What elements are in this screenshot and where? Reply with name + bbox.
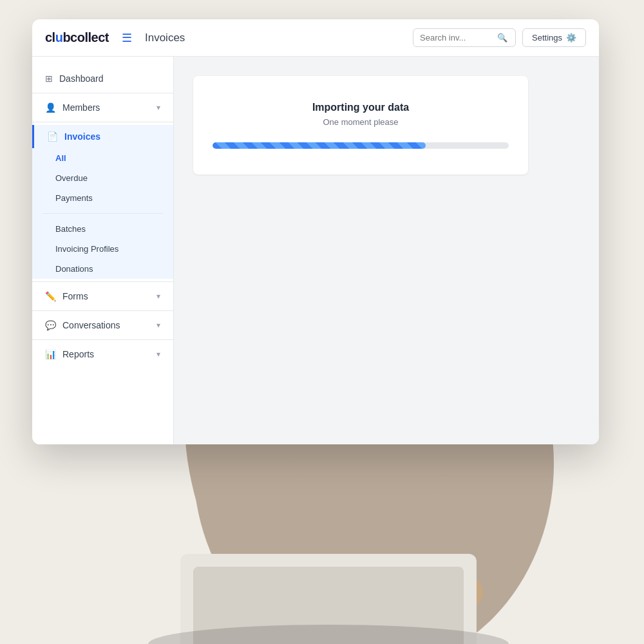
main-content: ⊞ Dashboard 👤 Members ▾ 📄 Invoices All <box>32 57 599 444</box>
submenu-label-donations: Donations <box>55 264 93 274</box>
submenu-label-invoicing-profiles: Invoicing Profiles <box>55 244 118 254</box>
settings-button[interactable]: Settings ⚙️ <box>522 28 586 47</box>
sidebar-item-forms[interactable]: ✏️ Forms ▾ <box>32 285 173 308</box>
submenu-label-all: All <box>55 153 66 163</box>
top-bar: clubcollect ☰ Invoices 🔍 Settings ⚙️ <box>32 19 599 57</box>
import-subtitle: One moment please <box>213 117 509 127</box>
submenu-item-batches[interactable]: Batches <box>32 219 173 239</box>
members-icon: 👤 <box>45 102 56 113</box>
submenu-item-donations[interactable]: Donations <box>32 259 173 279</box>
app-window: clubcollect ☰ Invoices 🔍 Settings ⚙️ ⊞ D… <box>32 19 599 444</box>
settings-icon: ⚙️ <box>566 33 576 43</box>
forms-icon: ✏️ <box>45 291 56 301</box>
sidebar-item-reports[interactable]: 📊 Reports ▾ <box>32 343 173 366</box>
sidebar-label-reports: Reports <box>62 349 156 359</box>
progress-bar-fill <box>213 142 426 149</box>
submenu-label-overdue: Overdue <box>55 173 88 183</box>
sidebar-item-conversations[interactable]: 💬 Conversations ▾ <box>32 314 173 337</box>
submenu-divider <box>43 213 163 214</box>
divider-1 <box>32 93 173 93</box>
submenu-item-invoicing-profiles[interactable]: Invoicing Profiles <box>32 239 173 259</box>
invoices-submenu: All Overdue Payments Batches Invoicing P… <box>32 148 173 279</box>
sidebar-label-invoices: Invoices <box>64 131 160 142</box>
content-area: Importing your data One moment please <box>174 57 599 444</box>
dashboard-icon: ⊞ <box>45 73 53 84</box>
sidebar-label-forms: Forms <box>62 291 156 301</box>
conversations-icon: 💬 <box>45 320 56 330</box>
search-box: 🔍 <box>413 28 516 47</box>
forms-chevron-icon: ▾ <box>156 292 160 301</box>
submenu-label-payments: Payments <box>55 193 93 203</box>
sidebar-label-dashboard: Dashboard <box>59 73 160 84</box>
submenu-item-overdue[interactable]: Overdue <box>32 168 173 188</box>
divider-4 <box>32 310 173 311</box>
submenu-item-all[interactable]: All <box>32 148 173 168</box>
import-title: Importing your data <box>213 102 509 113</box>
sidebar: ⊞ Dashboard 👤 Members ▾ 📄 Invoices All <box>32 57 174 444</box>
conversations-chevron-icon: ▾ <box>156 321 160 330</box>
invoices-icon: 📄 <box>47 131 58 142</box>
settings-label: Settings <box>532 33 562 43</box>
reports-chevron-icon: ▾ <box>156 350 160 359</box>
sidebar-item-members[interactable]: 👤 Members ▾ <box>32 96 173 119</box>
submenu-label-batches: Batches <box>55 224 86 234</box>
sidebar-item-dashboard[interactable]: ⊞ Dashboard <box>32 67 173 90</box>
page-title: Invoices <box>145 32 413 44</box>
search-icon: 🔍 <box>497 33 507 43</box>
search-input[interactable] <box>420 33 497 43</box>
divider-2 <box>32 122 173 122</box>
sidebar-label-members: Members <box>62 102 156 113</box>
reports-icon: 📊 <box>45 349 56 359</box>
submenu-item-payments[interactable]: Payments <box>32 188 173 208</box>
sidebar-label-conversations: Conversations <box>62 320 156 330</box>
members-chevron-icon: ▾ <box>156 103 160 112</box>
divider-3 <box>32 281 173 282</box>
divider-5 <box>32 339 173 340</box>
logo: clubcollect <box>45 30 109 45</box>
sidebar-item-invoices[interactable]: 📄 Invoices <box>32 125 173 148</box>
import-card: Importing your data One moment please <box>193 76 528 175</box>
progress-bar-container <box>213 142 509 149</box>
hamburger-icon[interactable]: ☰ <box>122 31 132 45</box>
